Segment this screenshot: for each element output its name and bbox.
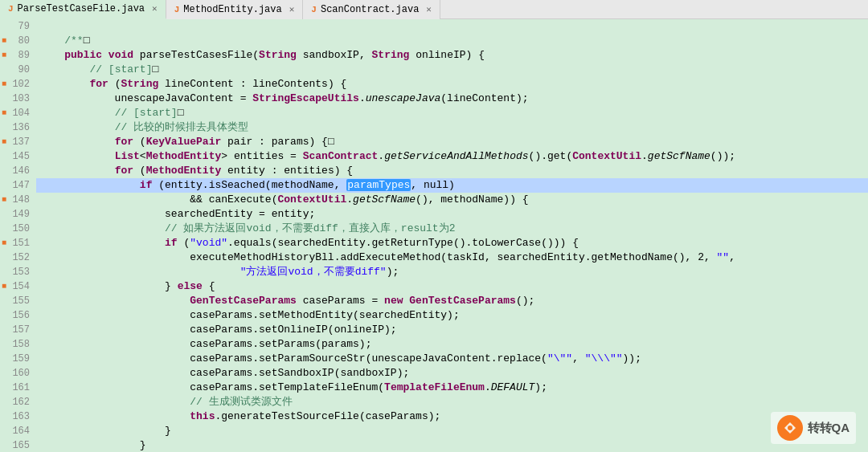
code-line-148: 148 && canExecute(ContextUtil.getScfName… <box>0 193 868 207</box>
line-content-165: } <box>36 438 868 452</box>
code-line-136: 136 // 比较的时候排去具体类型 <box>0 120 868 135</box>
line-num-157: 157 <box>0 323 36 337</box>
line-num-89: 89 <box>0 48 36 63</box>
line-num-79: 79 <box>0 19 36 34</box>
code-line-165: 165 } <box>0 438 868 452</box>
line-content-162: // 生成测试类源文件 <box>36 395 868 409</box>
line-num-147: 147 <box>0 178 36 193</box>
line-num-80: 80 <box>0 34 36 48</box>
line-content-146: for (MethodEntity entity : entities) { <box>36 164 868 178</box>
line-num-164: 164 <box>0 424 36 438</box>
java-icon-2: J <box>174 5 180 14</box>
code-line-137: 137 for (KeyValuePair pair : params) {□ <box>0 135 868 149</box>
line-num-102: 102 <box>0 77 36 92</box>
code-line-154: 154 } else { <box>0 279 868 294</box>
line-content-154: } else { <box>36 279 868 294</box>
line-content-155: GenTestCaseParams caseParams = new GenTe… <box>36 294 868 308</box>
line-content-80: /**□ <box>36 34 868 48</box>
watermark: 转转QA <box>771 412 857 444</box>
line-num-156: 156 <box>0 308 36 323</box>
code-line-151: 151 if ("void".equals(searchedEntity.get… <box>0 236 868 250</box>
line-content-136: // 比较的时候排去具体类型 <box>36 120 868 135</box>
tab-method-label: MethodEntity.java <box>183 4 281 15</box>
line-num-152: 152 <box>0 250 36 265</box>
code-line-149: 149 searchedEntity = entity; <box>0 207 868 222</box>
line-num-163: 163 <box>0 409 36 424</box>
line-content-147: if (entity.isSeached(methodName, paramTy… <box>36 178 868 193</box>
line-content-152: executeMethodHistoryBll.addExecuteMethod… <box>36 250 868 265</box>
line-content-153: "方法返回void，不需要diff"); <box>36 265 868 279</box>
line-content-89: public void parseTestCasesFile(String sa… <box>36 48 868 63</box>
line-num-151: 151 <box>0 236 36 250</box>
line-content-151: if ("void".equals(searchedEntity.getRetu… <box>36 236 868 250</box>
line-content-159: caseParams.setParamSourceStr(unescapeJav… <box>36 352 868 366</box>
code-line-104: 104 // [start]□ <box>0 106 868 120</box>
line-content-137: for (KeyValuePair pair : params) {□ <box>36 135 868 149</box>
tab-method[interactable]: J MethodEntity.java ✕ <box>166 0 304 19</box>
code-line-155: 155 GenTestCaseParams caseParams = new G… <box>0 294 868 308</box>
line-num-153: 153 <box>0 265 36 279</box>
line-content-156: caseParams.setMethodEntity(searchedEntit… <box>36 308 868 323</box>
watermark-icon <box>777 415 803 441</box>
svg-point-0 <box>788 426 792 430</box>
code-line-90: 90 // [start]□ <box>0 63 868 77</box>
line-content-161: caseParams.setTemplateFileEnum(TemplateF… <box>36 381 868 395</box>
tab-bar: J ParseTestCaseFile.java ✕ J MethodEntit… <box>0 0 868 19</box>
line-num-103: 103 <box>0 92 36 106</box>
tab-method-close[interactable]: ✕ <box>289 4 295 14</box>
line-content-160: caseParams.setSandboxIP(sandboxIP); <box>36 366 868 381</box>
code-line-146: 146 for (MethodEntity entity : entities)… <box>0 164 868 178</box>
code-line-163: 163 this.generateTestSourceFile(casePara… <box>0 409 868 424</box>
code-line-159: 159 caseParams.setParamSourceStr(unescap… <box>0 352 868 366</box>
code-line-80: 80 /**□ <box>0 34 868 48</box>
code-line-160: 160 caseParams.setSandboxIP(sandboxIP); <box>0 366 868 381</box>
line-content-104: // [start]□ <box>36 106 868 120</box>
line-content-148: && canExecute(ContextUtil.getScfName(), … <box>36 193 868 207</box>
code-line-161: 161 caseParams.setTemplateFileEnum(Templ… <box>0 381 868 395</box>
code-line-102: 102 for (String lineContent : lineConten… <box>0 77 868 92</box>
line-content-149: searchedEntity = entity; <box>36 207 868 222</box>
line-content-163: this.generateTestSourceFile(caseParams); <box>36 409 868 424</box>
code-line-79: 79 <box>0 19 868 34</box>
line-num-104: 104 <box>0 106 36 120</box>
code-line-156: 156 caseParams.setMethodEntity(searchedE… <box>0 308 868 323</box>
line-num-145: 145 <box>0 149 36 164</box>
line-num-158: 158 <box>0 337 36 352</box>
tab-scan-label: ScanContract.java <box>321 4 419 15</box>
line-content-150: // 如果方法返回void，不需要diff，直接入库，result为2 <box>36 222 868 236</box>
line-content-158: caseParams.setParams(params); <box>36 337 868 352</box>
tab-scan[interactable]: J ScanContract.java ✕ <box>303 0 440 19</box>
line-content-164: } <box>36 424 868 438</box>
line-num-160: 160 <box>0 366 36 381</box>
code-line-158: 158 caseParams.setParams(params); <box>0 337 868 352</box>
line-num-90: 90 <box>0 63 36 77</box>
tab-parse-label: ParseTestCaseFile.java <box>18 3 145 14</box>
line-num-148: 148 <box>0 193 36 207</box>
java-icon: J <box>8 4 14 14</box>
line-num-150: 150 <box>0 222 36 236</box>
code-line-89: 89 public void parseTestCasesFile(String… <box>0 48 868 63</box>
line-content-157: caseParams.setOnlineIP(onlineIP); <box>36 323 868 337</box>
line-num-155: 155 <box>0 294 36 308</box>
code-line-153: 153 "方法返回void，不需要diff"); <box>0 265 868 279</box>
code-line-152: 152 executeMethodHistoryBll.addExecuteMe… <box>0 250 868 265</box>
code-area: 79 80 /**□ 89 public void parseTestCases… <box>0 19 868 452</box>
line-num-159: 159 <box>0 352 36 366</box>
line-num-136: 136 <box>0 120 36 135</box>
java-icon-3: J <box>311 5 317 14</box>
line-num-161: 161 <box>0 381 36 395</box>
code-line-103: 103 unescapeJavaContent = StringEscapeUt… <box>0 92 868 106</box>
code-line-164: 164 } <box>0 424 868 438</box>
code-line-157: 157 caseParams.setOnlineIP(onlineIP); <box>0 323 868 337</box>
tab-scan-close[interactable]: ✕ <box>426 4 432 14</box>
tab-parse-close[interactable]: ✕ <box>152 3 158 14</box>
line-num-146: 146 <box>0 164 36 178</box>
watermark-text: 转转QA <box>808 421 850 436</box>
line-num-165: 165 <box>0 438 36 452</box>
code-line-150: 150 // 如果方法返回void，不需要diff，直接入库，result为2 <box>0 222 868 236</box>
line-num-149: 149 <box>0 207 36 222</box>
line-num-162: 162 <box>0 395 36 409</box>
tab-parse[interactable]: J ParseTestCaseFile.java ✕ <box>0 0 166 19</box>
line-content-102: for (String lineContent : lineContents) … <box>36 77 868 92</box>
code-line-162: 162 // 生成测试类源文件 <box>0 395 868 409</box>
